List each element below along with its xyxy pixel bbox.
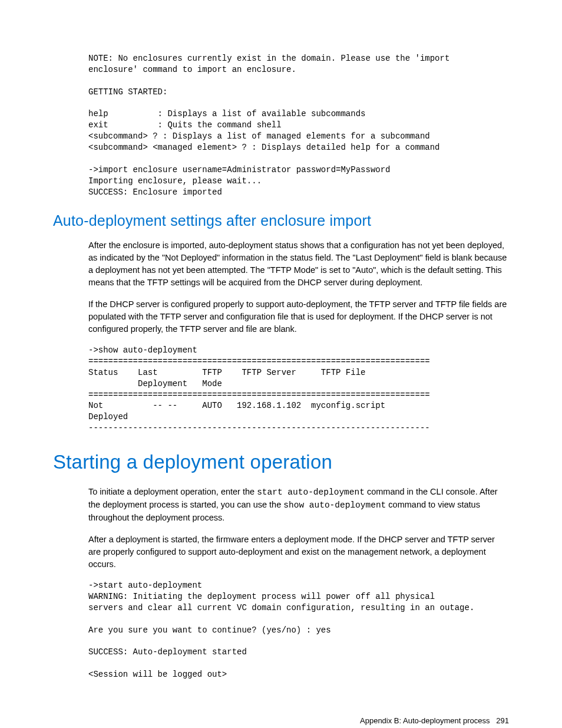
code-block-note: NOTE: No enclosures currently exist in t… [88, 53, 509, 198]
footer-page-number: 291 [496, 716, 509, 725]
inline-code: show auto-deployment [283, 500, 386, 510]
code-block-start-auto-deployment: ->start auto-deployment WARNING: Initiat… [88, 580, 509, 680]
paragraph: After the enclosure is imported, auto-de… [88, 239, 509, 289]
code-block-show-auto-deployment: ->show auto-deployment =================… [88, 345, 509, 434]
heading-auto-deployment-settings: Auto-deployment settings after enclosure… [53, 210, 509, 231]
paragraph: If the DHCP server is configured properl… [88, 298, 509, 335]
heading-starting-deployment: Starting a deployment operation [53, 448, 509, 476]
page-footer: Appendix B: Auto-deployment process 291 [53, 716, 509, 727]
footer-label: Appendix B: Auto-deployment process [360, 716, 490, 725]
paragraph: To initiate a deployment operation, ente… [88, 486, 509, 524]
inline-code: start auto-deployment [257, 487, 365, 497]
text-run: To initiate a deployment operation, ente… [88, 487, 257, 496]
paragraph: After a deployment is started, the firmw… [88, 533, 509, 571]
